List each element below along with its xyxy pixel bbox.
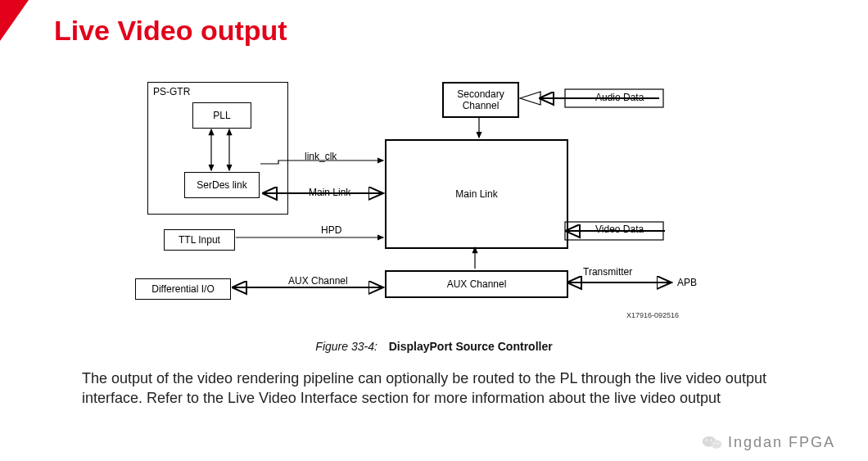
ttl-block: TTL Input <box>164 229 235 251</box>
svg-point-14 <box>711 440 721 449</box>
diffio-block: Differential I/O <box>135 278 231 300</box>
aux-channel-block: AUX Channel <box>385 270 568 298</box>
pll-block: PLL <box>192 102 251 129</box>
video-data-label: Video Data <box>594 224 645 235</box>
svg-point-18 <box>717 443 719 445</box>
audio-data-label: Audio Data <box>594 92 645 103</box>
body-paragraph: The output of the video rendering pipeli… <box>82 368 802 409</box>
doc-id: X17916-092516 <box>626 311 679 319</box>
watermark-text: Ingdan FPGA <box>728 434 835 451</box>
main-link-block: Main Link <box>385 139 568 249</box>
figure-text: DisplayPort Source Controller <box>389 340 553 353</box>
page-title: Live Video output <box>54 15 287 47</box>
serdes-block: SerDes link <box>184 172 260 198</box>
watermark: Ingdan FPGA <box>702 433 835 451</box>
wechat-icon <box>702 433 723 451</box>
link-clk-label: link_clk <box>303 151 338 162</box>
svg-point-16 <box>710 440 712 441</box>
transmitter-label: Transmitter <box>581 266 634 278</box>
corner-triangle <box>0 0 29 41</box>
figure-prefix: Figure 33-4: <box>315 340 377 353</box>
apb-label: APB <box>676 277 698 288</box>
ps-gtr-label: PS-GTR <box>153 86 190 97</box>
main-link-wire-label: Main Link <box>307 187 352 198</box>
hpd-label: HPD <box>319 224 343 236</box>
svg-point-15 <box>706 440 708 441</box>
aux-wire-label: AUX Channel <box>287 275 350 287</box>
svg-point-17 <box>714 443 716 445</box>
figure-caption: Figure 33-4: DisplayPort Source Controll… <box>0 340 868 353</box>
secondary-channel-block: Secondary Channel <box>442 82 519 118</box>
block-diagram: PS-GTR PLL SerDes link TTL Input Differe… <box>147 82 721 328</box>
